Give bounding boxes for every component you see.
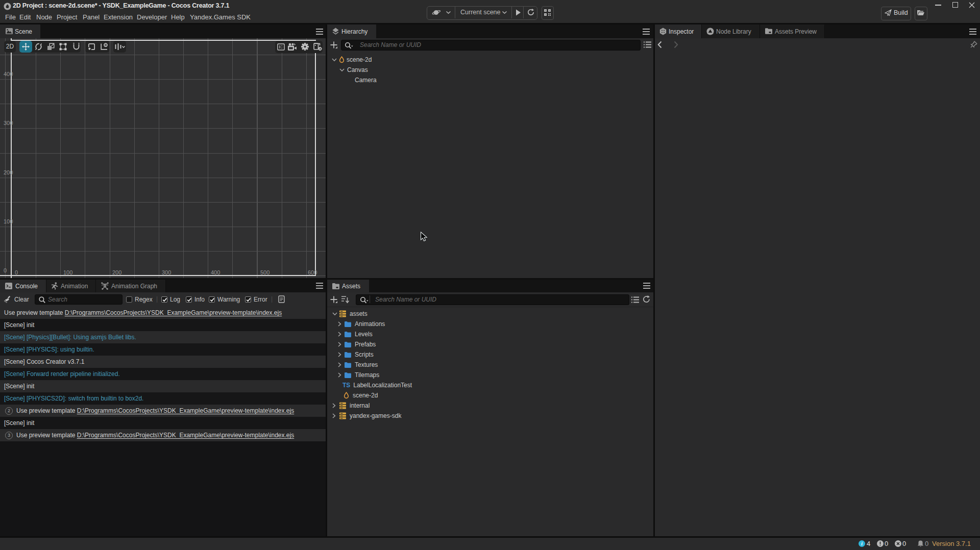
svg-text:i: i — [861, 541, 863, 546]
